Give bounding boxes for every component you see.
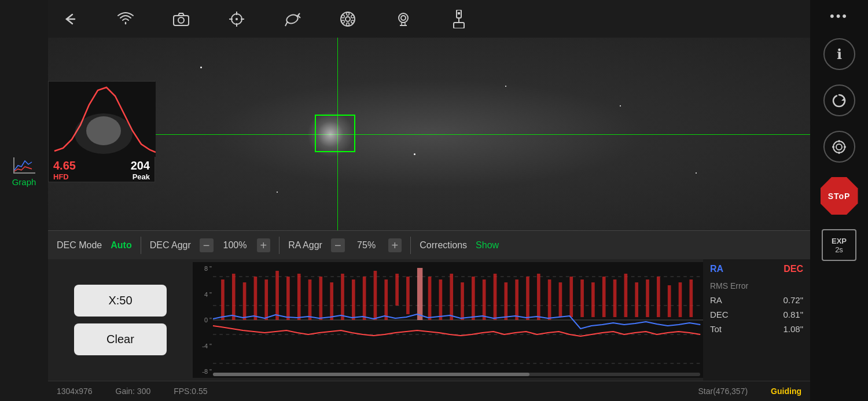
target-icon — [831, 139, 847, 155]
svg-rect-70 — [559, 282, 562, 317]
svg-rect-58 — [428, 277, 432, 320]
target-box — [315, 115, 355, 152]
footer-resolution: 1304x976 — [57, 387, 93, 396]
svg-rect-41 — [243, 282, 247, 320]
svg-rect-66 — [515, 279, 518, 320]
footer-gain: Gain: 300 — [116, 387, 151, 396]
refresh-button[interactable] — [823, 84, 855, 116]
stats-rms-label: RMS Error — [710, 281, 803, 290]
svg-rect-55 — [395, 274, 399, 306]
svg-rect-64 — [494, 274, 497, 320]
clear-button[interactable]: Clear — [74, 323, 167, 355]
stats-ra-label: RA — [710, 264, 723, 274]
stats-tot-row-value: 1.08" — [783, 324, 803, 334]
svg-rect-42 — [254, 277, 258, 320]
sky-view[interactable]: 4.65 HFD 204 Peak — [48, 38, 810, 230]
stats-header: RA DEC — [710, 264, 803, 274]
y-label-neg8: -8 " — [194, 368, 212, 375]
right-sidebar: ••• ℹ SToP EXP 2s — [810, 0, 868, 401]
telescope-icon[interactable] — [282, 9, 303, 30]
ra-aggr-plus-button[interactable]: + — [388, 238, 402, 252]
bottom-left-controls: X:50 Clear — [48, 259, 193, 381]
svg-rect-39 — [221, 279, 225, 320]
crosshair-icon[interactable] — [226, 9, 247, 30]
graph-canvas — [213, 262, 703, 378]
exp-button[interactable]: EXP 2s — [822, 229, 856, 261]
svg-rect-53 — [374, 271, 377, 320]
back-button[interactable] — [60, 9, 80, 30]
wifi-icon[interactable] — [115, 9, 136, 30]
dec-aggr-minus-button[interactable]: − — [200, 238, 214, 252]
y-label-4: 4 " — [194, 291, 212, 298]
svg-rect-40 — [232, 274, 236, 320]
svg-rect-27 — [454, 23, 464, 28]
svg-rect-77 — [635, 282, 638, 317]
svg-point-9 — [236, 18, 238, 20]
svg-rect-44 — [275, 271, 279, 320]
svg-rect-81 — [679, 282, 682, 317]
hfd-peak-label: Peak — [131, 172, 150, 181]
graph-scrollbar[interactable] — [213, 373, 700, 376]
svg-rect-0 — [13, 172, 35, 174]
reel-icon[interactable] — [337, 9, 358, 30]
svg-line-11 — [285, 21, 288, 26]
svg-rect-50 — [341, 274, 344, 320]
y-label-neg4: -4 " — [194, 343, 212, 350]
svg-point-17 — [347, 23, 350, 25]
svg-rect-60 — [450, 274, 453, 320]
graph-button[interactable]: Graph — [12, 156, 36, 187]
usb-icon[interactable] — [448, 9, 469, 30]
x50-button[interactable]: X:50 — [74, 285, 167, 317]
info-button[interactable]: ℹ — [823, 38, 855, 70]
svg-rect-59 — [439, 279, 443, 320]
y-label-8: 8 " — [194, 265, 212, 272]
svg-rect-48 — [319, 277, 323, 320]
target-button[interactable] — [823, 131, 855, 163]
svg-rect-62 — [472, 277, 475, 320]
dec-mode-value[interactable]: Auto — [111, 240, 131, 251]
footer-guiding: Guiding — [771, 387, 801, 396]
stats-ra-row-label: RA — [710, 295, 722, 305]
sep2 — [279, 237, 279, 254]
crosshair-horizontal — [48, 134, 810, 135]
left-panel: Graph — [0, 0, 48, 401]
svg-point-3 — [178, 17, 184, 23]
svg-rect-82 — [689, 279, 693, 317]
more-options-button[interactable]: ••• — [830, 9, 848, 24]
top-toolbar — [48, 0, 810, 38]
svg-rect-75 — [613, 279, 617, 317]
ra-aggr-minus-button[interactable]: − — [331, 238, 345, 252]
sep1 — [141, 237, 141, 254]
svg-rect-45 — [286, 277, 290, 320]
svg-rect-56 — [406, 277, 410, 314]
stats-ra-row: RA 0.72" — [710, 294, 803, 306]
dec-mode-label: DEC Mode — [57, 240, 102, 251]
stats-dec-row-label: DEC — [710, 310, 729, 319]
svg-rect-54 — [384, 279, 388, 320]
svg-point-10 — [285, 13, 299, 25]
guiding-graph: 8 " 4 " 0 " -4 " -8 " — [193, 262, 703, 378]
svg-rect-47 — [308, 279, 312, 320]
svg-rect-1 — [13, 157, 14, 172]
svg-rect-69 — [548, 279, 551, 320]
bottom-panel: X:50 Clear 8 " 4 " 0 " -4 " -8 " — [48, 259, 810, 381]
svg-rect-61 — [461, 282, 464, 320]
dec-aggr-label: DEC Aggr — [150, 240, 191, 251]
svg-point-14 — [341, 12, 355, 26]
sep3 — [410, 237, 411, 254]
svg-point-16 — [347, 12, 350, 15]
svg-rect-63 — [483, 279, 486, 320]
stats-panel: RA DEC RMS Error RA 0.72" DEC 0.81" Tot … — [703, 259, 810, 381]
y-label-0: 0 " — [194, 317, 212, 323]
footer-fps: FPS:0.55 — [174, 387, 207, 396]
svg-rect-80 — [668, 285, 671, 317]
webcam-icon[interactable] — [393, 9, 414, 30]
hfd-peak: 204 Peak — [131, 159, 150, 181]
dec-aggr-plus-button[interactable]: + — [257, 238, 271, 252]
camera-icon[interactable] — [171, 9, 192, 30]
stats-tot-row-label: Tot — [710, 324, 722, 334]
svg-rect-72 — [580, 279, 584, 317]
corrections-show-button[interactable]: Show — [476, 240, 499, 251]
stop-button[interactable]: SToP — [821, 177, 858, 215]
svg-rect-29 — [458, 12, 460, 14]
